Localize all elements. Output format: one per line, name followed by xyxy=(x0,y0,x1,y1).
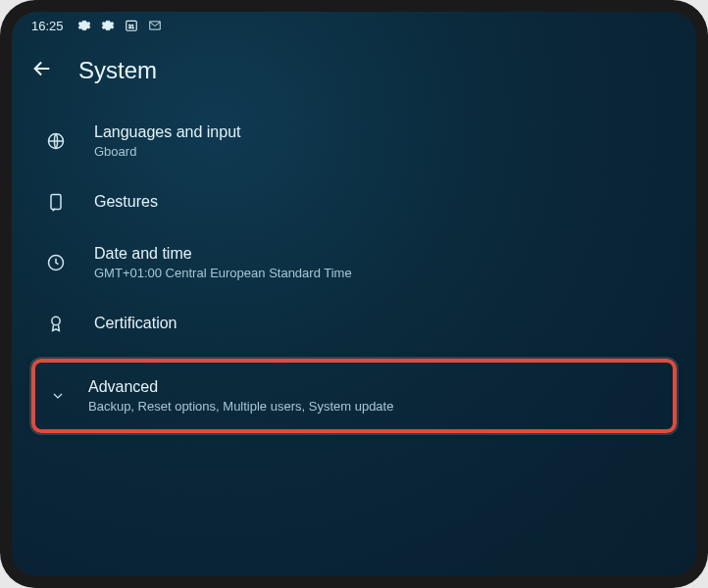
clock-icon xyxy=(45,252,67,273)
item-label: Languages and input xyxy=(94,123,240,141)
calendar-icon: 31 xyxy=(125,19,138,32)
svg-point-5 xyxy=(52,317,60,324)
gear-icon xyxy=(101,19,115,32)
item-gestures[interactable]: Gestures xyxy=(12,172,696,231)
status-time: 16:25 xyxy=(31,19,64,33)
gear-icon xyxy=(77,19,91,32)
item-certification[interactable]: Certification xyxy=(12,294,696,353)
item-summary: GMT+01:00 Central European Standard Time xyxy=(94,266,352,280)
gestures-icon xyxy=(45,191,67,213)
item-label: Advanced xyxy=(88,378,393,396)
page-title: System xyxy=(78,57,157,84)
item-label: Certification xyxy=(94,315,177,332)
item-advanced[interactable]: Advanced Backup, Reset options, Multiple… xyxy=(35,365,673,427)
svg-text:31: 31 xyxy=(128,24,134,29)
item-languages-input[interactable]: Languages and input Gboard xyxy=(12,110,696,172)
status-bar: 16:25 31 xyxy=(12,12,696,39)
item-date-time[interactable]: Date and time GMT+01:00 Central European… xyxy=(12,231,696,294)
item-summary: Gboard xyxy=(94,144,240,159)
header: System xyxy=(12,39,696,110)
back-button[interactable] xyxy=(31,58,53,83)
award-icon xyxy=(45,313,67,334)
item-summary: Backup, Reset options, Multiple users, S… xyxy=(88,399,393,414)
screen: 16:25 31 System xyxy=(12,12,696,576)
chevron-down-icon xyxy=(49,385,67,407)
settings-list: Languages and input Gboard Gestures Date… xyxy=(12,110,696,433)
svg-rect-3 xyxy=(51,195,61,210)
item-label: Date and time xyxy=(94,245,352,263)
device-frame: 16:25 31 System xyxy=(0,0,708,588)
item-label: Gestures xyxy=(94,193,158,211)
globe-icon xyxy=(45,130,67,152)
gmail-icon xyxy=(148,19,162,32)
annotation-highlight: Advanced Backup, Reset options, Multiple… xyxy=(31,359,677,433)
